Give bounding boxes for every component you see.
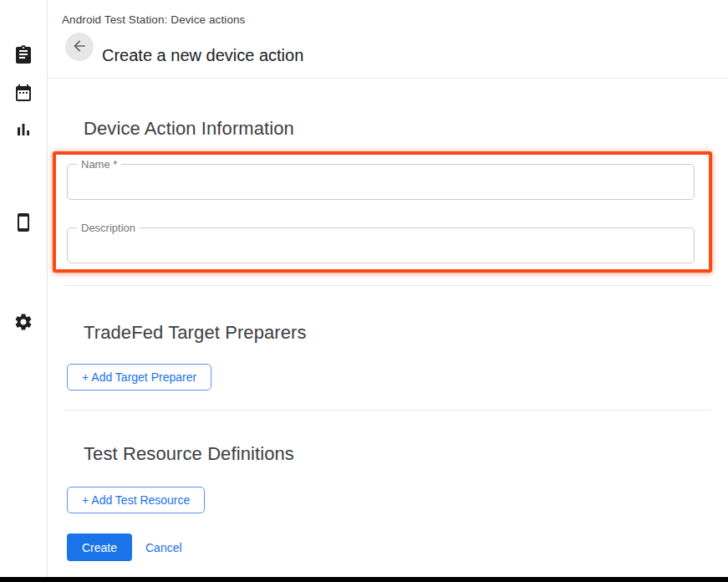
description-field: Description xyxy=(67,227,695,263)
calendar-icon xyxy=(13,83,33,106)
sidebar-item-settings[interactable] xyxy=(11,311,36,336)
description-input[interactable] xyxy=(68,228,694,263)
sidebar-item-schedule[interactable] xyxy=(11,82,36,107)
breadcrumb: Android Test Station: Device actions xyxy=(62,13,245,26)
create-button[interactable]: Create xyxy=(67,534,132,561)
name-field-label: Name * xyxy=(77,158,121,171)
back-button[interactable] xyxy=(65,33,94,61)
section-divider xyxy=(64,285,711,286)
section-title-target-preparers: TradeFed Target Preparers xyxy=(84,322,307,344)
cancel-button[interactable]: Cancel xyxy=(139,534,189,561)
name-input[interactable] xyxy=(68,165,694,199)
window-bottom-edge xyxy=(0,577,728,582)
settings-gear-icon xyxy=(13,312,33,335)
sidebar-item-test-plans[interactable] xyxy=(11,43,36,69)
smartphone-icon xyxy=(13,212,33,236)
description-field-label: Description xyxy=(77,222,140,234)
name-field: Name * xyxy=(67,164,695,200)
sidebar-item-devices[interactable] xyxy=(11,212,36,237)
add-test-resource-button[interactable]: + Add Test Resource xyxy=(67,487,205,513)
app-window: Android Test Station: Device actions Cre… xyxy=(0,0,728,582)
add-target-preparer-button[interactable]: + Add Target Preparer xyxy=(67,364,211,391)
sidebar xyxy=(0,0,48,577)
clipboard-list-icon xyxy=(13,44,33,68)
section-title-test-resource-definitions: Test Resource Definitions xyxy=(84,443,294,465)
section-divider xyxy=(64,410,711,411)
sidebar-item-reports[interactable] xyxy=(11,119,36,144)
header-divider xyxy=(48,78,728,79)
page-title: Create a new device action xyxy=(102,46,303,65)
arrow-back-icon xyxy=(71,38,88,57)
section-title-device-action-information: Device Action Information xyxy=(84,118,294,140)
bar-chart-icon xyxy=(13,120,33,143)
